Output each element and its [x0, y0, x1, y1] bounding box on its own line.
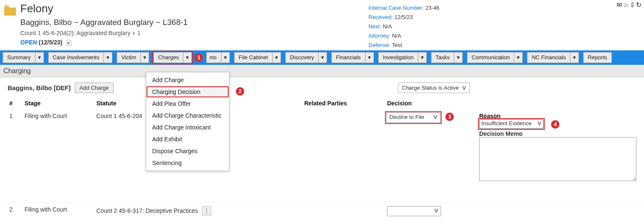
nav-discovery[interactable]: Discovery [285, 52, 319, 63]
nav-financials[interactable]: Financials [331, 52, 366, 63]
nav-charges[interactable]: Charges [153, 52, 183, 63]
chevron-down-icon: ᐯ [434, 114, 437, 120]
nav-victim-dd[interactable]: ▾ [141, 52, 149, 63]
meta-next-value: N/A [383, 23, 392, 30]
case-title: Baggins, Bilbo ~ Aggravated Burglary ~ L… [20, 18, 188, 27]
nav-charges-dd[interactable]: ▾ [183, 52, 192, 63]
row-statute: Count 2 45-6-317: Deceptive Practices [96, 207, 198, 214]
dropdown-add-characteristic[interactable]: Add Charge Characteristic [146, 110, 229, 121]
nav-communication[interactable]: Communication [467, 52, 514, 63]
case-type: Felony [20, 2, 188, 15]
nav-communication-dd[interactable]: ▾ [514, 52, 523, 63]
defendant-name: Baggins, Bilbo [DEF] [8, 84, 71, 91]
meta-received-label: Received: [368, 14, 393, 20]
chevron-down-icon: ᐯ [462, 85, 466, 91]
meta-attorney-value: N/A [392, 33, 401, 39]
row-number: 1 [9, 113, 25, 119]
nav-summary[interactable]: Summary [3, 52, 35, 63]
star-icon[interactable]: ☆ [623, 1, 629, 9]
dropdown-add-exhibit[interactable]: Add Exhibit [146, 133, 229, 145]
nav-nc-financials[interactable]: NC Financials [527, 52, 570, 63]
nav-partial-nts[interactable]: nts [206, 52, 221, 63]
annotation-1: 1 [194, 53, 203, 62]
reason-value: Insufficient Evidence [481, 120, 532, 127]
decision-select[interactable]: ᐯ [387, 206, 441, 216]
dropdown-charging-decision[interactable]: Charging Decision [146, 86, 229, 98]
meta-next-label: Next: [368, 23, 381, 30]
nav-file-cabinet-dd[interactable]: ▾ [273, 52, 281, 63]
decision-value: Decline to File [389, 114, 424, 120]
annotation-2: 2 [236, 87, 244, 96]
meta-attorney-label: Attorney: [368, 33, 390, 39]
row-stage: Filing with Court [25, 206, 96, 213]
dropdown-add-charge[interactable]: Add Charge [146, 74, 229, 86]
nav-case-involvements-dd[interactable]: ▾ [104, 52, 112, 63]
table-row: 2 Filing with Court Count 2 45-6-317: De… [0, 202, 644, 220]
window-action-icons: ✉ ☆ ⇩ ↻ [617, 1, 641, 9]
nav-file-cabinet[interactable]: File Cabinet [234, 52, 273, 63]
reason-select[interactable]: Insufficient Evidence ᐯ [479, 119, 543, 129]
section-title: Charging [0, 65, 644, 77]
annotation-3: 3 [445, 113, 454, 121]
charges-dropdown: Add Charge Charging Decision Add Plea Of… [146, 72, 229, 171]
table-row: 1 Filing with Court Count 1 45-6-204 Dec… [0, 109, 644, 185]
meta-internal-label: Internal Case Number: [368, 5, 424, 11]
folder-icon [3, 4, 17, 16]
case-meta-block: Internal Case Number: 23-46 Received: 12… [368, 3, 439, 50]
nav-investigation-dd[interactable]: ▾ [418, 52, 427, 63]
nav-tasks-dd[interactable]: ▾ [454, 52, 463, 63]
decision-memo-textarea[interactable] [479, 137, 636, 181]
chevron-down-icon: ᐯ [538, 120, 541, 127]
dropdown-sentencing[interactable]: Sentencing [146, 157, 229, 169]
col-decision: Decision [387, 100, 480, 107]
navbar: Summary▾ Case Involvements▾ Victim▾ Char… [0, 50, 644, 65]
nav-victim[interactable]: Victim [117, 52, 141, 63]
reason-label: Reason [479, 113, 636, 119]
nav-reports[interactable]: Reports [583, 52, 612, 63]
meta-defense-value: Test [392, 42, 402, 48]
nav-summary-dd[interactable]: ▾ [35, 52, 44, 63]
case-status-date: (12/5/23) [39, 39, 63, 46]
row-actions-button[interactable]: ⋮ [202, 206, 211, 215]
col-number: # [9, 100, 25, 107]
row-stage: Filing with Court [25, 113, 96, 119]
meta-defense-label: Defense: [368, 42, 390, 48]
case-status: OPEN [20, 39, 37, 46]
case-subtitle: Count 1 45-6-204(2): Aggravated Burglary… [20, 30, 188, 36]
meta-internal-value: 23-46 [425, 5, 439, 11]
refresh-icon[interactable]: ↻ [636, 1, 641, 9]
row-number: 2 [9, 206, 25, 213]
nav-partial-nts-dd[interactable]: ▾ [221, 52, 230, 63]
annotation-4: 4 [551, 120, 559, 129]
chevron-down-icon: ᐯ [434, 207, 438, 214]
nav-case-involvements[interactable]: Case Involvements [48, 52, 104, 63]
charge-status-filter[interactable]: Charge Status is Active ᐯ [398, 83, 470, 93]
status-menu-icon[interactable]: ≡ [66, 40, 72, 46]
dropdown-add-plea[interactable]: Add Plea Offer [146, 98, 229, 110]
charge-status-filter-value: Charge Status is Active [402, 85, 458, 91]
nav-discovery-dd[interactable]: ▾ [319, 52, 327, 63]
mail-icon[interactable]: ✉ [617, 1, 622, 9]
nav-investigation[interactable]: Investigation [378, 52, 418, 63]
decision-select[interactable]: Decline to File ᐯ [386, 113, 440, 123]
download-icon[interactable]: ⇩ [630, 1, 635, 9]
col-stage: Stage [25, 100, 96, 107]
add-charge-button[interactable]: Add Charge [75, 83, 113, 93]
nav-financials-dd[interactable]: ▾ [366, 52, 374, 63]
col-related: Related Parties [304, 100, 387, 107]
memo-label: Decision Memo [479, 130, 636, 137]
nav-tasks[interactable]: Tasks [431, 52, 454, 63]
dropdown-dispose[interactable]: Dispose Charges [146, 145, 229, 157]
nav-nc-financials-dd[interactable]: ▾ [570, 52, 579, 63]
meta-received-value: 12/5/23 [394, 14, 412, 20]
dropdown-add-intoxicant[interactable]: Add Charge Intoxicant [146, 121, 229, 133]
